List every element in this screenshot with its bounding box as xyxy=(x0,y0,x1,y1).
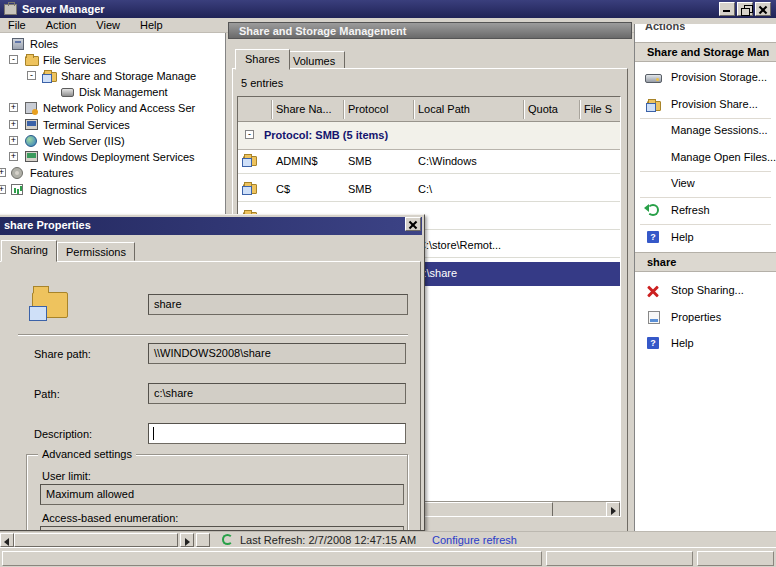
action-manage-open-files[interactable]: Manage Open Files... xyxy=(635,146,776,170)
status-bar-segment xyxy=(546,551,693,566)
action-provision-share[interactable]: Provision Share... xyxy=(635,93,776,117)
tree-item-wds[interactable]: + Windows Deployment Services xyxy=(0,149,225,165)
user-limit-label: User limit: xyxy=(42,470,91,482)
tree-item-share-storage-management[interactable]: - Share and Storage Manage xyxy=(0,68,225,84)
menu-view[interactable]: View xyxy=(96,19,120,31)
tab-sharing[interactable]: Sharing xyxy=(1,240,57,262)
description-label: Description: xyxy=(34,428,92,440)
restore-button[interactable] xyxy=(737,2,753,16)
status-bar xyxy=(0,547,776,567)
actions-pane: Actions Share and Storage Man Provision … xyxy=(634,24,776,531)
scroll-right-button[interactable] xyxy=(180,533,194,547)
share-storage-icon xyxy=(43,72,57,82)
roles-icon xyxy=(12,38,24,50)
minimize-button[interactable] xyxy=(719,2,735,16)
expand-box[interactable]: + xyxy=(9,103,18,112)
scroll-left-button[interactable] xyxy=(0,533,14,547)
share-path-field: \\WINDOWS2008\share xyxy=(148,343,406,364)
status-bar-segment xyxy=(697,551,774,566)
status-bar-segment xyxy=(2,551,542,566)
share-row-admin[interactable]: ADMIN$ SMB C:\Windows xyxy=(238,150,620,174)
last-refresh-text: Last Refresh: 2/7/2008 12:47:15 AM xyxy=(240,534,416,546)
action-properties[interactable]: Properties xyxy=(635,306,776,330)
scrollbar-thumb[interactable] xyxy=(14,533,178,547)
stop-sharing-icon xyxy=(646,284,660,298)
action-provision-storage[interactable]: Provision Storage... xyxy=(635,66,776,90)
tree-item-diagnostics[interactable]: + Diagnostics xyxy=(0,182,225,198)
tree-item-web-server[interactable]: + Web Server (IIS) xyxy=(0,133,225,149)
tree-item-roles[interactable]: Roles xyxy=(0,36,225,52)
text-caret xyxy=(153,427,154,440)
share-name-field: share xyxy=(148,294,408,315)
pane-header: Share and Storage Management xyxy=(228,22,632,39)
column-local-path[interactable]: Local Path xyxy=(418,103,470,115)
expand-box[interactable]: + xyxy=(9,152,18,161)
group-collapse-box[interactable]: - xyxy=(245,130,254,139)
share-row-c[interactable]: C$ SMB C:\ xyxy=(238,178,620,202)
tree-item-network-policy[interactable]: + Network Policy and Access Ser xyxy=(0,100,225,116)
action-manage-sessions[interactable]: Manage Sessions... xyxy=(635,119,776,143)
disk-management-icon xyxy=(61,88,74,97)
path-label: Path: xyxy=(34,388,60,400)
help-icon xyxy=(647,337,659,349)
dialog-close-button[interactable] xyxy=(405,217,421,231)
tree-horizontal-scrollbar[interactable] xyxy=(0,533,194,548)
sharing-tab-page: share Share path: \\WINDOWS2008\share Pa… xyxy=(0,261,421,531)
menu-file[interactable]: File xyxy=(8,19,26,31)
expand-box[interactable]: + xyxy=(9,136,18,145)
column-file-screening[interactable]: File S xyxy=(584,103,612,115)
configure-refresh-link[interactable]: Configure refresh xyxy=(432,534,517,546)
expand-box[interactable]: + xyxy=(0,185,6,194)
file-services-icon xyxy=(25,56,39,66)
entries-count: 5 entries xyxy=(241,77,283,89)
tree-item-disk-management[interactable]: Disk Management xyxy=(0,84,225,100)
tab-volumes[interactable]: Volumes xyxy=(283,51,345,69)
list-header: Share Na... Protocol Local Path Quota Fi… xyxy=(238,97,620,122)
description-field[interactable] xyxy=(148,423,406,444)
menu-help[interactable]: Help xyxy=(140,19,163,31)
shared-folder-icon xyxy=(243,156,257,166)
actions-section-share: share xyxy=(635,252,776,272)
action-refresh[interactable]: Refresh xyxy=(635,199,776,223)
column-protocol[interactable]: Protocol xyxy=(348,103,388,115)
diagnostics-icon xyxy=(11,184,23,195)
tab-permissions[interactable]: Permissions xyxy=(57,242,135,261)
shared-folder-large-icon xyxy=(32,292,68,318)
refresh-status-icon xyxy=(222,534,233,545)
tree-item-terminal-services[interactable]: + Terminal Services xyxy=(0,117,225,133)
column-share-name[interactable]: Share Na... xyxy=(276,103,332,115)
server-manager-icon xyxy=(4,4,17,15)
refresh-icon xyxy=(647,204,659,216)
wds-icon xyxy=(25,151,38,162)
scroll-right-button[interactable] xyxy=(606,502,620,517)
dialog-titlebar: share Properties xyxy=(0,217,422,235)
expand-box[interactable]: + xyxy=(0,168,6,177)
provision-storage-icon xyxy=(645,74,662,83)
collapse-box[interactable]: - xyxy=(27,71,36,80)
share-path-label: Share path: xyxy=(34,348,91,360)
tree-item-features[interactable]: + Features xyxy=(0,165,225,181)
tree-item-file-services[interactable]: - File Services xyxy=(0,52,225,68)
column-quota[interactable]: Quota xyxy=(528,103,558,115)
action-help-share[interactable]: Help xyxy=(635,332,776,356)
properties-icon xyxy=(648,311,660,324)
expand-box[interactable]: + xyxy=(9,120,18,129)
user-limit-field: Maximum allowed xyxy=(40,484,404,505)
features-icon xyxy=(11,167,23,179)
tab-shares[interactable]: Shares xyxy=(235,49,290,70)
network-policy-icon xyxy=(25,102,37,114)
menu-action[interactable]: Action xyxy=(46,19,77,31)
shared-folder-icon xyxy=(243,184,257,194)
collapse-box[interactable]: - xyxy=(9,55,18,64)
server-manager-window: Server Manager File Action View Help Rol… xyxy=(0,0,776,567)
close-button[interactable] xyxy=(755,2,771,16)
protocol-group-row[interactable]: - Protocol: SMB (5 items) xyxy=(238,122,620,150)
actions-pane-title: Actions xyxy=(645,24,685,32)
terminal-services-icon xyxy=(25,119,38,130)
action-help[interactable]: Help xyxy=(635,226,776,250)
pane-splitter-corner[interactable] xyxy=(196,533,210,547)
actions-section-share-storage: Share and Storage Man xyxy=(635,42,776,62)
path-field: c:\share xyxy=(148,383,406,404)
action-stop-sharing[interactable]: Stop Sharing... xyxy=(635,279,776,303)
action-view[interactable]: View xyxy=(635,172,776,196)
